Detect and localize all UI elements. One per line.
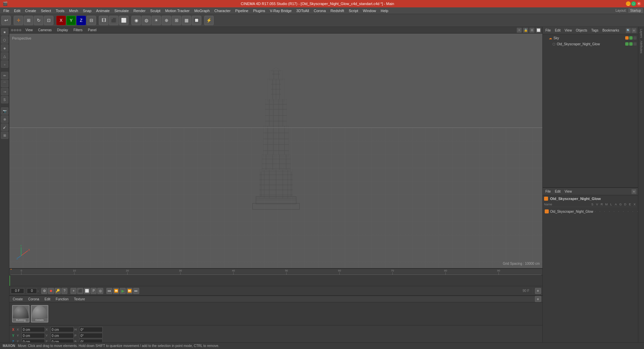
menu-select[interactable]: Select bbox=[39, 8, 53, 13]
sky-lock[interactable] bbox=[633, 36, 637, 40]
pen-tool-button[interactable]: ✏ bbox=[1, 72, 8, 79]
menu-vray[interactable]: V-Ray Bridge bbox=[268, 8, 294, 13]
transform-tool-button[interactable]: ⊡ bbox=[44, 16, 53, 25]
lighting-button[interactable]: ☀ bbox=[152, 16, 161, 25]
menu-script[interactable]: Script bbox=[347, 8, 360, 13]
skyscraper-vis-dot[interactable] bbox=[625, 42, 629, 46]
camera-btn[interactable]: 📷 bbox=[1, 107, 8, 115]
obj-item-sky[interactable]: ☁ Sky bbox=[543, 35, 637, 41]
menu-tools[interactable]: Tools bbox=[54, 8, 66, 13]
play-btn[interactable]: ▶ bbox=[120, 288, 126, 294]
menu-redshift[interactable]: Redshift bbox=[328, 8, 346, 13]
menu-character[interactable]: Character bbox=[212, 8, 232, 13]
menu-animate[interactable]: Animate bbox=[94, 8, 112, 13]
auto-key-btn[interactable]: 🔑 bbox=[55, 288, 61, 294]
mesh-mode-button[interactable]: ⬡ bbox=[1, 36, 8, 44]
obj-item-skyscraper[interactable]: ⬡ Old_Skyscraper_Night_Glow bbox=[543, 41, 637, 47]
mat-texture-btn[interactable]: Texture bbox=[72, 296, 87, 302]
om-objects-btn[interactable]: Objects bbox=[575, 28, 589, 34]
mat-edit-btn[interactable]: Edit bbox=[43, 296, 52, 302]
om-tags-btn[interactable]: Tags bbox=[590, 28, 600, 34]
render-region-button[interactable]: ⬛ bbox=[109, 16, 118, 25]
x-scale-input[interactable] bbox=[50, 327, 74, 332]
vp-filters-btn[interactable]: Filters bbox=[72, 28, 84, 32]
sky-vis2-dot[interactable] bbox=[629, 36, 633, 40]
record-btn[interactable]: ⏺ bbox=[48, 288, 54, 294]
menu-mograph[interactable]: MoGraph bbox=[192, 8, 212, 13]
move-tool-button[interactable]: ✛ bbox=[14, 16, 23, 25]
select-tool-button[interactable]: ⊸ bbox=[1, 88, 8, 95]
menu-help[interactable]: Help bbox=[379, 8, 390, 13]
scale-tool-button[interactable]: ⊞ bbox=[24, 16, 33, 25]
y-scale-input[interactable] bbox=[50, 333, 74, 338]
mat-corona-btn[interactable]: Corona bbox=[26, 296, 41, 302]
grid-btn[interactable]: ⊞ bbox=[1, 132, 8, 139]
z-axis-button[interactable]: Z bbox=[76, 16, 86, 25]
sculpt-btn[interactable]: S bbox=[1, 96, 8, 103]
x-pos-input[interactable] bbox=[21, 327, 45, 332]
maximize-button[interactable]: □ bbox=[631, 1, 636, 6]
menu-3dtoall[interactable]: 3DToAll bbox=[294, 8, 311, 13]
rotate-tool-button[interactable]: ↻ bbox=[34, 16, 43, 25]
edges-button[interactable]: ▦ bbox=[182, 16, 191, 25]
mat-create-btn[interactable]: Create bbox=[11, 296, 25, 302]
attributes-tab[interactable]: Attributes bbox=[638, 39, 644, 55]
p-rot-input[interactable] bbox=[79, 333, 103, 338]
menu-simulate[interactable]: Simulate bbox=[112, 8, 131, 13]
menu-corona[interactable]: Corona bbox=[312, 8, 328, 13]
menu-window[interactable]: Window bbox=[361, 8, 378, 13]
shading-button[interactable]: ◍ bbox=[142, 16, 151, 25]
am-edit-btn[interactable]: Edit bbox=[553, 189, 562, 195]
mat-function-btn[interactable]: Function bbox=[54, 296, 70, 302]
undo-button[interactable]: ↩ bbox=[1, 16, 11, 25]
point-mode-button[interactable]: ⬦ bbox=[1, 60, 8, 68]
texture-button[interactable]: ⊕ bbox=[162, 16, 171, 25]
render-picture-button[interactable]: 🎞 bbox=[99, 16, 108, 25]
layers-tab[interactable]: Layers bbox=[638, 28, 644, 39]
keyframe-type-btn[interactable]: ⬛ bbox=[77, 288, 83, 294]
layout-dropdown[interactable]: Startup bbox=[629, 8, 643, 13]
vp-view-btn[interactable]: View bbox=[24, 28, 34, 32]
vc-lock-btn[interactable]: 🔒 bbox=[523, 28, 528, 33]
keyframe-type2-btn[interactable]: ⬜ bbox=[84, 288, 90, 294]
edge-mode-button[interactable]: △ bbox=[1, 52, 8, 60]
y-pos-input[interactable] bbox=[21, 333, 45, 338]
y-axis-button[interactable]: Y bbox=[66, 16, 76, 25]
knife-tool-button[interactable]: ⚡ bbox=[204, 16, 214, 25]
keyframe-type4-btn[interactable]: ◎ bbox=[97, 288, 103, 294]
hud-button[interactable]: 🔲 bbox=[192, 16, 201, 25]
x-axis-button[interactable]: X bbox=[56, 16, 66, 25]
menu-edit[interactable]: Edit bbox=[12, 8, 22, 13]
am-view-btn[interactable]: View bbox=[563, 189, 573, 195]
om-bookmarks-btn[interactable]: Bookmarks bbox=[601, 28, 621, 34]
skyscraper-lock[interactable] bbox=[633, 42, 637, 46]
wireframe-button[interactable]: ⊞ bbox=[172, 16, 181, 25]
material-building[interactable]: Building bbox=[12, 305, 30, 322]
vp-display-btn[interactable]: Display bbox=[56, 28, 69, 32]
prev-frame-btn[interactable]: ⏪ bbox=[113, 288, 119, 294]
menu-sculpt[interactable]: Sculpt bbox=[148, 8, 163, 13]
menu-plugins[interactable]: Plugins bbox=[251, 8, 267, 13]
menu-mesh[interactable]: Mesh bbox=[67, 8, 80, 13]
close-button[interactable]: ✕ bbox=[637, 1, 641, 6]
am-file-btn[interactable]: File bbox=[544, 189, 552, 195]
menu-file[interactable]: File bbox=[1, 8, 11, 13]
render-to-po-button[interactable]: ⬜ bbox=[119, 16, 128, 25]
layer-btn[interactable]: ⊕ bbox=[1, 115, 8, 123]
om-file-btn[interactable]: File bbox=[544, 28, 552, 34]
timeline-settings-btn[interactable]: ⚙ bbox=[41, 288, 47, 294]
mat-panel-btn[interactable]: ≡ bbox=[535, 296, 541, 302]
minimize-button[interactable]: _ bbox=[626, 1, 631, 6]
help-btn[interactable]: ? bbox=[61, 288, 67, 294]
go-end-btn[interactable]: ⏭ bbox=[133, 288, 139, 294]
vc-settings-btn[interactable]: ⚙ bbox=[529, 28, 535, 33]
om-view-btn[interactable]: View bbox=[563, 28, 573, 34]
vp-cameras-btn[interactable]: Cameras bbox=[37, 28, 53, 32]
h-rot-input[interactable] bbox=[79, 327, 103, 332]
frame-start-input[interactable] bbox=[27, 288, 37, 294]
skyscraper-vis2-dot[interactable] bbox=[629, 42, 633, 46]
sky-vis-dot[interactable] bbox=[625, 36, 629, 40]
material-details[interactable]: Details bbox=[31, 305, 48, 322]
go-start-btn[interactable]: ⏮ bbox=[106, 288, 112, 294]
keyframe-type3-btn[interactable]: P bbox=[91, 288, 97, 294]
